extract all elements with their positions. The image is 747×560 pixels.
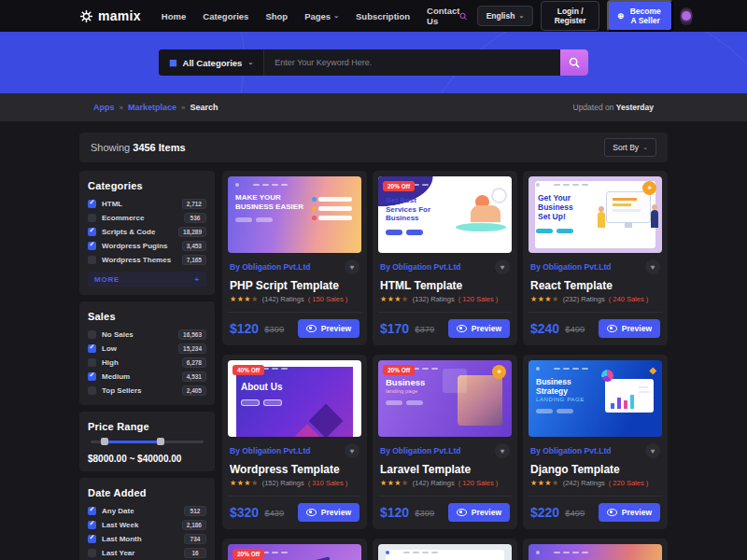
nav-item[interactable]: Pages ⌄ <box>304 11 339 21</box>
filter-checkbox-item[interactable]: Top Sellers 2,405 <box>88 384 206 398</box>
breadcrumb-label[interactable]: Marketplace <box>128 103 176 112</box>
grid-icon: ▦ <box>169 58 177 67</box>
filter-checkbox-item[interactable]: Ecommerce 536 <box>88 211 206 225</box>
nav-item[interactable]: Home <box>162 11 186 21</box>
product-author[interactable]: By Obligation Pvt.Ltd <box>230 262 310 272</box>
favorite-button[interactable]: ♥ <box>495 259 510 274</box>
filter-checkbox-item[interactable]: Wordpress Pugins 3,453 <box>88 239 206 253</box>
favorite-button[interactable]: ♥ <box>345 443 359 458</box>
product-card[interactable]: MAKE YOUR BUSINESS EASIER By Obligation … <box>222 171 367 345</box>
nav-item[interactable]: Subscription <box>356 11 410 21</box>
product-author[interactable]: By Obligation Pvt.Ltd <box>530 262 611 272</box>
search-icon[interactable] <box>459 10 467 22</box>
product-thumbnail[interactable]: 20% Off BUSINESS LANDING PAGE <box>228 544 361 560</box>
product-thumbnail[interactable]: MAKE YOUR BUSINESS EASIER <box>228 176 361 253</box>
product-card[interactable]: 20% Off ✦ Business landing page By Oblig… <box>373 355 517 529</box>
preview-button[interactable]: Preview <box>448 319 510 338</box>
product-title[interactable]: HTML Template <box>380 279 510 292</box>
favorite-button[interactable]: ♥ <box>645 443 660 458</box>
thumb-decoration <box>491 188 507 203</box>
product-thumbnail[interactable]: ◆ Business Strategy LANDING PAGE <box>529 360 662 437</box>
slider-handle-high[interactable] <box>157 438 164 445</box>
product-title[interactable]: React Template <box>530 279 660 292</box>
product-card[interactable]: ◆ Business Strategy LANDING PAGE By Obli… <box>523 355 668 529</box>
product-thumbnail[interactable]: 20% Off ✦ Business landing page <box>378 360 512 437</box>
checkbox[interactable] <box>88 256 96 264</box>
checkbox[interactable] <box>88 549 96 557</box>
checkbox[interactable] <box>88 214 96 222</box>
filter-checkbox-item[interactable]: Last Week 2,186 <box>88 518 206 532</box>
favorite-button[interactable]: ♥ <box>495 443 510 458</box>
more-button[interactable]: MORE + <box>88 272 206 287</box>
filter-checkbox-item[interactable]: Any Date 512 <box>88 504 206 518</box>
product-title[interactable]: PHP Script Template <box>230 279 359 292</box>
checkbox[interactable] <box>88 507 96 515</box>
preview-button[interactable]: Preview <box>298 319 359 338</box>
checkbox[interactable] <box>88 372 96 381</box>
filter-checkbox-item[interactable]: No Sales 16,563 <box>88 328 206 342</box>
price-range-slider[interactable] <box>91 441 204 443</box>
logo[interactable]: mamix <box>79 8 141 23</box>
product-thumbnail[interactable]: Business Partnership <box>378 544 512 560</box>
filter-checkbox-item[interactable]: HTML 2,712 <box>88 197 206 211</box>
product-thumbnail[interactable]: ✦ Get Your Business Set Up! <box>529 176 662 253</box>
breadcrumb-item[interactable]: Apps » <box>93 103 123 112</box>
product-card[interactable]: 20% Off Get Best Services For Business B… <box>373 171 517 345</box>
sort-by-button[interactable]: Sort By ⌄ <box>604 138 656 157</box>
nav-item[interactable]: Shop <box>265 11 288 21</box>
product-card[interactable]: 20% Off BUSINESS LANDING PAGE <box>222 539 367 560</box>
filter-checkbox-item[interactable]: High 6,278 <box>88 356 206 370</box>
checkbox[interactable] <box>88 358 96 367</box>
nav-item[interactable]: Contact Us <box>427 6 459 26</box>
checkbox[interactable] <box>88 330 96 339</box>
nav-item[interactable]: Categories <box>203 11 248 21</box>
keyword-input[interactable] <box>264 49 560 76</box>
user-avatar[interactable] <box>681 7 692 25</box>
checkbox[interactable] <box>88 242 96 250</box>
filter-checkbox-item[interactable]: Scripts & Code 18,289 <box>88 225 206 239</box>
product-card[interactable]: Business Partnership <box>373 539 517 560</box>
banner-search-button[interactable] <box>560 49 588 76</box>
product-title[interactable]: Django Template <box>530 463 660 476</box>
login-button[interactable]: Login / Register <box>541 1 599 31</box>
checkbox[interactable] <box>88 386 96 395</box>
category-dropdown[interactable]: ▦ All Categories ⌄ <box>159 49 264 76</box>
filter-checkbox-item[interactable]: Low 15,234 <box>88 342 206 356</box>
preview-button[interactable]: Preview <box>599 319 660 338</box>
preview-button[interactable]: Preview <box>599 503 660 522</box>
product-thumbnail[interactable]: 20% Off Get Best Services For Business <box>378 176 512 253</box>
product-card[interactable]: ✦ Get Your Business Set Up! By Obligatio… <box>523 171 668 345</box>
language-select[interactable]: English ⌄ <box>477 6 534 26</box>
become-seller-button[interactable]: ⊕ Become A Seller <box>607 0 673 32</box>
breadcrumb-item[interactable]: Marketplace » <box>128 103 185 112</box>
count-badge: 6,278 <box>182 357 206 368</box>
product-title[interactable]: Wordpress Template <box>230 463 359 476</box>
product-author[interactable]: By Obligation Pvt.Ltd <box>380 262 460 272</box>
filter-checkbox-item[interactable]: Medium 4,531 <box>88 370 206 384</box>
product-author[interactable]: By Obligation Pvt.Ltd <box>230 446 310 455</box>
filter-checkbox-item[interactable]: Last Year 16 <box>88 546 206 560</box>
checkbox[interactable] <box>88 535 96 543</box>
product-thumbnail[interactable]: MAKE YOUR BUSINESS EASIER <box>529 544 662 560</box>
preview-button[interactable]: Preview <box>298 503 359 522</box>
product-card[interactable]: 40% Off About Us By Obligation Pvt.Ltd ♥… <box>222 355 367 529</box>
favorite-button[interactable]: ♥ <box>645 259 660 274</box>
favorite-button[interactable]: ♥ <box>345 259 359 274</box>
breadcrumb-label[interactable]: Search <box>190 103 218 112</box>
product-author[interactable]: By Obligation Pvt.Ltd <box>530 446 611 455</box>
become-seller-label: Become A Seller <box>627 7 663 25</box>
checkbox[interactable] <box>88 228 96 236</box>
product-title[interactable]: Laravel Template <box>380 463 510 476</box>
product-card[interactable]: MAKE YOUR BUSINESS EASIER <box>523 539 668 560</box>
checkbox[interactable] <box>88 521 96 529</box>
product-thumbnail[interactable]: 40% Off About Us <box>228 360 361 437</box>
checkbox[interactable] <box>88 344 96 353</box>
breadcrumb-label[interactable]: Apps <box>93 103 115 112</box>
preview-button[interactable]: Preview <box>448 503 510 522</box>
checkbox[interactable] <box>88 200 96 208</box>
breadcrumb-item[interactable]: Search <box>190 103 218 112</box>
filter-checkbox-item[interactable]: Last Month 734 <box>88 532 206 546</box>
slider-handle-low[interactable] <box>101 438 108 445</box>
product-author[interactable]: By Obligation Pvt.Ltd <box>380 446 460 455</box>
filter-checkbox-item[interactable]: Wordpress Themes 7,165 <box>88 253 206 267</box>
